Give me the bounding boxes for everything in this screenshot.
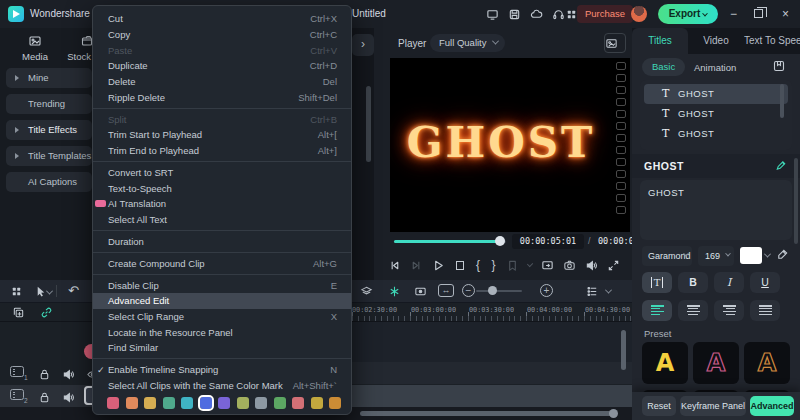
menu-item-duplicate[interactable]: DuplicateCtrl+D (93, 58, 351, 74)
preset-tile-pink-outline[interactable]: A (693, 342, 739, 384)
menu-item-trim-start[interactable]: Trim Start to PlayheadAlt+[ (93, 127, 351, 143)
layers-icon[interactable] (360, 285, 373, 298)
sidebar-item-ai-captions[interactable]: AI Captions (6, 172, 92, 192)
italic-button[interactable]: I (714, 272, 744, 293)
sidebar-item-mine[interactable]: Mine (6, 68, 92, 88)
preset-tile-orange-outline[interactable]: A (744, 342, 790, 384)
play-button[interactable] (432, 259, 445, 272)
menu-item-trim-end[interactable]: Trim End to PlayheadAlt+] (93, 143, 351, 159)
fullscreen-button[interactable] (607, 259, 620, 272)
menu-item-disable-clip[interactable]: Disable ClipE (93, 277, 351, 293)
bold-button[interactable]: B (678, 272, 708, 293)
save-preset-icon[interactable] (772, 59, 786, 73)
color-mark[interactable] (311, 397, 323, 409)
eyedropper-icon[interactable] (776, 248, 789, 261)
text-input-area[interactable]: GHOST (640, 180, 792, 240)
menu-item-cut[interactable]: CutCtrl+X (93, 11, 351, 27)
layer-list-scrollbar[interactable] (780, 84, 784, 118)
fit-timeline-icon[interactable]: ↔ (438, 284, 454, 297)
menu-item-copy[interactable]: CopyCtrl+C (93, 27, 351, 43)
track-manager-icon[interactable] (586, 285, 599, 298)
copy-clip-icon[interactable] (12, 306, 25, 319)
menu-item-find-similar[interactable]: Find Similar (93, 340, 351, 356)
panel-collapse-button[interactable]: › (352, 34, 374, 56)
advanced-button[interactable]: Advanced (750, 396, 794, 416)
font-size-dropdown[interactable]: 169 (698, 246, 734, 266)
save-icon[interactable] (508, 8, 521, 21)
text-color-swatch[interactable] (740, 247, 762, 264)
lock-track-icon[interactable] (38, 391, 51, 404)
menu-item-select-clip-range[interactable]: Select Clip RangeX (93, 309, 351, 325)
color-mark[interactable] (329, 397, 341, 409)
menu-item-convert-to-srt[interactable]: Convert to SRT (93, 165, 351, 181)
mirror-display-button[interactable] (541, 259, 554, 272)
color-mark[interactable] (144, 397, 156, 409)
zoom-out-button[interactable]: − (462, 284, 475, 297)
ai-text-pen-icon[interactable] (774, 159, 788, 172)
menu-item-select-all-clips-same-color[interactable]: Select All Clips with the Same Color Mar… (93, 378, 351, 394)
timeline-zoom-slider[interactable] (476, 290, 522, 292)
render-preview-icon[interactable] (388, 285, 401, 298)
menu-item-ai-translation[interactable]: AI Translation (93, 196, 351, 212)
reset-button[interactable]: Reset (642, 396, 676, 416)
purchase-button[interactable]: Purchase (577, 5, 633, 23)
next-frame-button[interactable] (410, 259, 423, 272)
playback-progress-bar[interactable] (394, 240, 506, 243)
timeline-zoom-knob[interactable] (488, 286, 497, 295)
tab-video[interactable]: Video (688, 28, 744, 54)
timeline-vertical-scrollbar[interactable] (621, 330, 626, 370)
snapshot-button[interactable] (563, 259, 576, 272)
color-mark-selected[interactable] (200, 397, 212, 409)
menu-item-locate-in-resource-panel[interactable]: Locate in the Resource Panel (93, 324, 351, 340)
user-avatar[interactable] (631, 6, 647, 22)
keyframe-panel-button[interactable]: Keyframe Panel (680, 396, 746, 416)
progress-knob[interactable] (495, 236, 505, 246)
color-mark[interactable] (237, 397, 249, 409)
subtab-basic[interactable]: Basic (642, 58, 685, 76)
align-left-button[interactable] (642, 300, 672, 321)
track-manager-chevron-icon[interactable] (605, 287, 612, 294)
menu-item-ripple-delete[interactable]: Ripple DeleteShift+Del (93, 89, 351, 105)
color-mark[interactable] (163, 397, 175, 409)
select-tool-chevron-icon[interactable] (46, 288, 53, 295)
tab-titles[interactable]: Titles (632, 28, 688, 54)
menu-item-enable-timeline-snapping[interactable]: ✓Enable Timeline SnappingN (93, 362, 351, 378)
select-tool-icon[interactable] (34, 285, 47, 298)
underline-button[interactable]: U (750, 272, 780, 293)
text-layer-item[interactable]: TGHOST (644, 104, 788, 124)
close-button[interactable]: × (782, 7, 789, 21)
mark-in-button[interactable]: { (475, 259, 482, 272)
color-mark[interactable] (107, 397, 119, 409)
color-mark[interactable] (126, 397, 138, 409)
minimize-button[interactable]: − (730, 7, 737, 21)
text-layer-item[interactable]: TGHOST (644, 124, 788, 144)
align-center-button[interactable] (678, 300, 708, 321)
volume-button[interactable] (585, 259, 598, 272)
color-mark[interactable] (181, 397, 193, 409)
stop-button[interactable] (456, 261, 464, 270)
font-family-dropdown[interactable]: Garamond (642, 246, 692, 266)
tab-media[interactable]: Media (8, 34, 62, 62)
restore-button[interactable] (754, 9, 763, 18)
screen-record-icon[interactable] (414, 285, 427, 298)
menu-item-advanced-edit[interactable]: Advanced Edit (93, 293, 351, 309)
media-browser-icon[interactable] (10, 285, 23, 298)
cloud-icon[interactable] (530, 8, 543, 21)
color-mark[interactable] (274, 397, 286, 409)
menu-item-text-to-speech[interactable]: Text-to-Speech (93, 180, 351, 196)
menu-item-create-compound-clip[interactable]: Create Compound ClipAlt+G (93, 255, 351, 271)
preset-tile-yellow[interactable]: A (642, 342, 688, 384)
undo-icon[interactable]: ↶ (68, 283, 79, 298)
text-layer-item[interactable]: TGHOST (644, 84, 788, 104)
color-mark[interactable] (218, 397, 230, 409)
effects-panel-scrollbar[interactable] (366, 86, 371, 162)
layout-icon[interactable] (486, 8, 499, 21)
menu-item-delete[interactable]: DeleteDel (93, 74, 351, 90)
color-mark[interactable] (255, 397, 267, 409)
mute-track-icon[interactable] (62, 368, 75, 381)
color-chevron-icon[interactable] (764, 251, 771, 258)
justify-button[interactable] (750, 300, 780, 321)
sidebar-item-trending[interactable]: Trending (6, 94, 92, 114)
menu-item-duration[interactable]: Duration (93, 234, 351, 250)
quality-dropdown[interactable]: Full Quality (430, 34, 505, 52)
